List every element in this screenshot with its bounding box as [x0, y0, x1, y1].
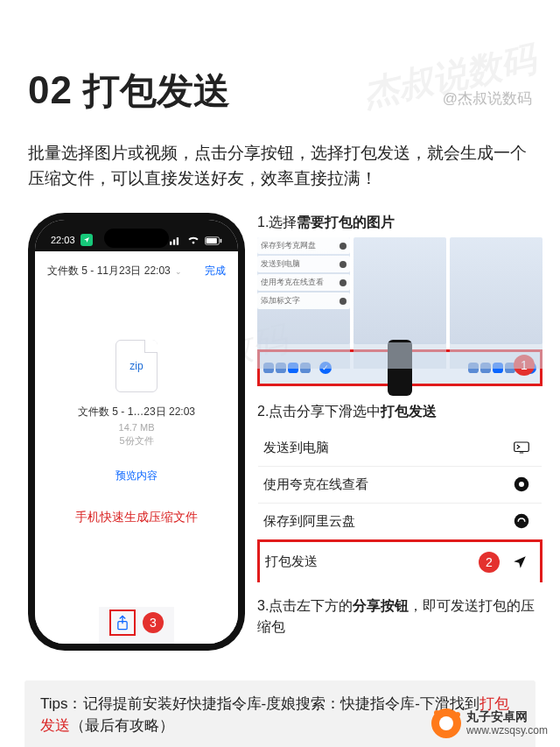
step-2: 2.点击分享下滑选中打包发送 [257, 402, 542, 421]
share-button[interactable] [109, 610, 136, 636]
bottom-toolbar: 3 [99, 607, 174, 644]
side-instructions: 1.选择需要打包的图片 保存到考克网盘 发送到电脑 使用考克在线查看 添加标文字 [257, 213, 542, 651]
menu-row-quark[interactable]: 使用夸克在线查看 [258, 467, 542, 504]
author-handle: @杰叔说数码 [443, 88, 532, 109]
svg-rect-2 [177, 237, 178, 245]
thumb: 保存到考克网盘 发送到电脑 使用考克在线查看 添加标文字 [257, 237, 350, 344]
footer-url: www.wzsqsy.com [466, 724, 548, 736]
done-button[interactable]: 完成 [205, 264, 226, 278]
sheet-body: zip 文件数 5 - 1…23日 22:03 14.7 MB 5份文件 预览内… [35, 287, 238, 644]
chevron-down-icon[interactable]: ⌄ [175, 267, 182, 276]
thumb-row [257, 342, 542, 369]
dynamic-island [104, 229, 169, 248]
step-1: 1.选择需要打包的图片 [257, 213, 542, 232]
status-bar: 22:03 [35, 220, 238, 251]
step-badge-2: 2 [479, 552, 500, 573]
mini-menu-item: 发送到电脑 [257, 256, 350, 272]
svg-rect-1 [173, 239, 175, 244]
header: 02 打包发送 @杰叔说数码 [0, 0, 560, 116]
file-count: 5份文件 [119, 434, 153, 447]
svg-rect-4 [206, 238, 217, 243]
svg-rect-0 [170, 242, 172, 245]
sheet-header: 文件数 5 - 11月23日 22:03 ⌄ 完成 [35, 251, 238, 287]
menu-row-aliyun[interactable]: 保存到阿里云盘 [258, 504, 542, 540]
mini-menu-item: 使用考克在线查看 [257, 274, 350, 291]
step-number: 02 [28, 68, 73, 111]
intro-text: 批量选择图片或视频，点击分享按钮，选择打包发送，就会生成一个压缩文件，可以直接发… [0, 116, 560, 192]
send-icon [512, 554, 528, 570]
aliyun-icon [514, 513, 529, 529]
thumb [450, 237, 542, 344]
file-size: 14.7 MB [119, 422, 155, 433]
mini-menu-item: 添加标文字 [257, 292, 350, 309]
zip-file-icon: zip [116, 340, 158, 392]
thumb [354, 237, 446, 344]
menu-row-pack-send[interactable]: 打包发送 2 [257, 539, 542, 582]
preview-link[interactable]: 预览内容 [116, 469, 158, 483]
step-badge-3: 3 [143, 612, 164, 633]
screenshot-1: 保存到考克网盘 发送到电脑 使用考克在线查看 添加标文字 ✓ ✓ [257, 237, 542, 386]
footer-logo: 丸子安卓网 www.wzsqsy.com [431, 708, 548, 738]
location-icon [80, 234, 93, 246]
content-row: 22:03 文件数 5 - 11月23日 22:03 ⌄ [0, 192, 560, 651]
mini-menu-item: 保存到考克网盘 [257, 237, 350, 254]
share-menu: 发送到电脑 使用夸克在线查看 保存到阿里云盘 打包发送 [257, 429, 542, 583]
logo-icon [431, 708, 461, 738]
status-time: 22:03 [51, 235, 75, 245]
send-pc-icon [514, 440, 529, 455]
iphone-mock: 22:03 文件数 5 - 11月23日 22:03 ⌄ [28, 213, 245, 651]
menu-row-send-pc[interactable]: 发送到电脑 [258, 430, 542, 467]
file-name: 文件数 5 - 1…23日 22:03 [78, 405, 195, 419]
svg-rect-5 [220, 239, 222, 243]
step-3: 3.点击左下方的分享按钮，即可发送打包的压缩包 [257, 595, 542, 638]
svg-rect-7 [514, 442, 529, 452]
status-right [170, 235, 222, 245]
svg-point-10 [514, 514, 529, 529]
page-title: 打包发送 [83, 70, 230, 111]
quark-icon [514, 476, 529, 492]
footer-name: 丸子安卓网 [466, 709, 548, 724]
caption: 手机快速生成压缩文件 [75, 510, 198, 525]
sheet-title: 文件数 5 - 11月23日 22:03 [47, 264, 171, 277]
svg-point-9 [519, 482, 524, 487]
